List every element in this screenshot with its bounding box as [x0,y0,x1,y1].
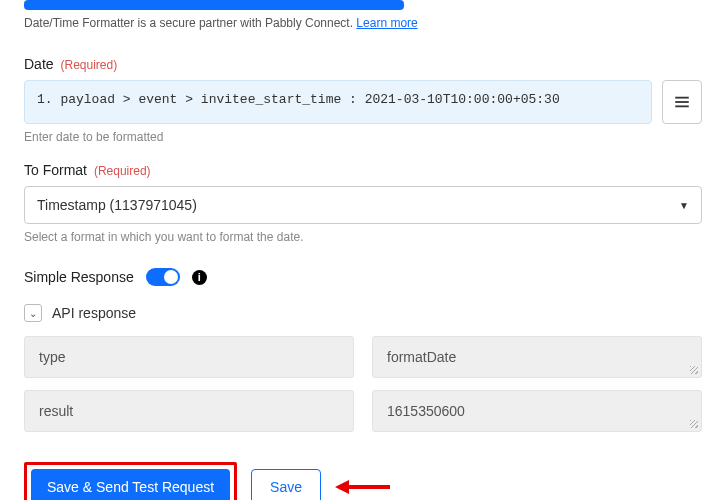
date-input[interactable]: 1. payload > event > invitee_start_time … [24,80,652,124]
simple-response-row: Simple Response i [24,268,702,286]
chevron-down-icon: ▼ [679,200,689,211]
partner-helper: Date/Time Formatter is a secure partner … [24,16,702,30]
response-key: result [24,390,354,432]
to-format-label: To Format [24,162,87,178]
svg-rect-1 [675,101,689,103]
to-format-selected: Timestamp (1137971045) [37,197,197,213]
date-label-row: Date (Required) [24,56,702,72]
save-button[interactable]: Save [251,469,321,500]
primary-button-highlight: Save & Send Test Request [24,462,237,500]
svg-marker-4 [335,480,349,494]
api-response-grid: type formatDate result 1615350600 [24,336,702,432]
api-response-label: API response [52,305,136,321]
simple-response-toggle[interactable] [146,268,180,286]
hamburger-icon [673,93,691,111]
date-options-button[interactable] [662,80,702,124]
date-field: Date (Required) 1. payload > event > inv… [24,56,702,144]
arrow-icon [335,478,390,496]
to-format-required: (Required) [94,164,151,178]
to-format-field: To Format (Required) Timestamp (11379710… [24,162,702,244]
response-value[interactable]: formatDate [372,336,702,378]
svg-rect-0 [675,97,689,99]
date-label: Date [24,56,54,72]
top-progress-bar [24,0,404,10]
info-icon[interactable]: i [192,270,207,285]
api-response-collapse[interactable]: ⌄ [24,304,42,322]
action-row: Save & Send Test Request Save [24,462,702,500]
to-format-helper: Select a format in which you want to for… [24,230,702,244]
learn-more-link[interactable]: Learn more [356,16,417,30]
save-send-test-button[interactable]: Save & Send Test Request [31,469,230,500]
response-value[interactable]: 1615350600 [372,390,702,432]
response-key: type [24,336,354,378]
date-required: (Required) [60,58,117,72]
to-format-select[interactable]: Timestamp (1137971045) ▼ [24,186,702,224]
annotation-arrow [335,478,390,496]
svg-rect-2 [675,105,689,107]
api-response-header: ⌄ API response [24,304,702,322]
date-helper: Enter date to be formatted [24,130,702,144]
partner-text: Date/Time Formatter is a secure partner … [24,16,356,30]
to-format-label-row: To Format (Required) [24,162,702,178]
simple-response-label: Simple Response [24,269,134,285]
